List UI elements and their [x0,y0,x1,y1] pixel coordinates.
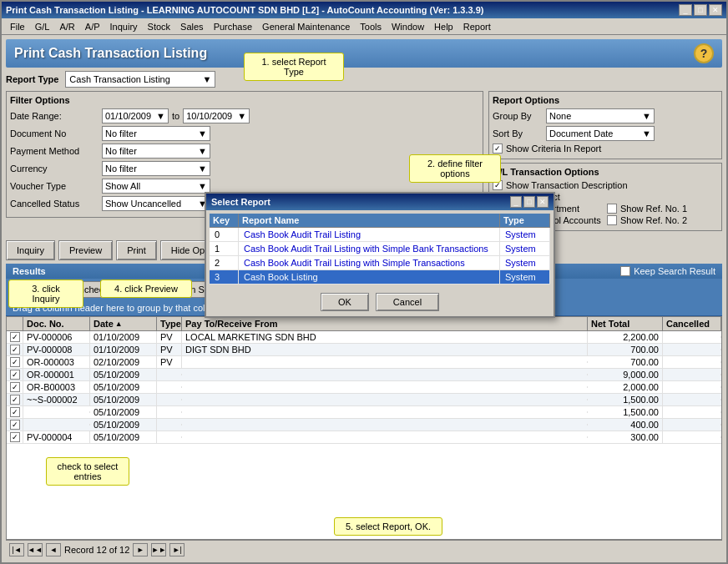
check-all-button[interactable]: Check All [9,281,63,298]
row-checkbox[interactable] [7,419,23,431]
show-ref1-half: Show Ref. No. 1 [607,204,718,214]
modal-cell-key: 0 [210,228,239,241]
to-label: to [172,111,179,121]
row-checkbox[interactable] [7,369,23,380]
report-options-title: Report Options [493,95,718,105]
nav-next-button[interactable]: ► [133,543,148,556]
modal-close-button[interactable]: ✕ [537,196,549,208]
table-row[interactable]: 05/10/2009 400.00 [7,419,721,431]
modal-cancel-button[interactable]: Cancel [376,293,439,311]
cell-type [157,411,182,413]
row-checkbox[interactable] [7,331,23,343]
payment-method-combobox[interactable]: No filter ▼ [102,144,210,159]
row-checkbox[interactable] [7,406,23,418]
menu-help[interactable]: Help [429,20,458,33]
show-ref2-half: Show Ref. No. 2 [607,215,718,225]
menu-inquiry[interactable]: Inquiry [105,20,143,33]
sort-by-row: Sort By Document Date ▼ [493,126,718,141]
show-criteria-label: Show Criteria In Report [506,144,601,154]
cell-net-total: 1,500.00 [588,394,663,405]
modal-ok-button[interactable]: OK [321,293,369,311]
sort-by-combobox[interactable]: Document Date ▼ [546,126,655,141]
col-header-date[interactable]: Date ▲ [90,317,157,330]
menu-tools[interactable]: Tools [355,20,387,33]
table-row[interactable]: ~~S-000002 05/10/2009 1,500.00 [7,394,721,406]
cancelled-status-combobox[interactable]: Show Uncancelled ▼ [102,196,210,211]
table-row[interactable]: OR-000001 05/10/2009 9,000.00 [7,369,721,381]
menu-general-maintenance[interactable]: General Maintenance [257,20,355,33]
nav-next-page-button[interactable]: ►► [151,543,166,556]
row-checkbox[interactable] [7,381,23,393]
show-criteria-checkbox[interactable] [493,144,503,154]
menu-purchase[interactable]: Purchase [209,20,257,33]
table-row[interactable]: PV-000004 05/10/2009 300.00 [7,431,721,444]
col-header-pay-to[interactable]: Pay To/Receive From [182,317,588,330]
group-by-combobox[interactable]: None ▼ [546,108,655,123]
modal-report-row[interactable]: 0 Cash Book Audit Trail Listing System [210,228,550,242]
doc-no-combobox[interactable]: No filter ▼ [102,126,210,141]
cell-date: 05/10/2009 [90,431,157,443]
print-button[interactable]: Print [116,240,157,260]
maximize-button[interactable]: □ [694,4,707,16]
cell-pay-to [182,424,588,426]
report-type-combobox[interactable]: Cash Transaction Listing ▼ [65,71,215,88]
row-checkbox[interactable] [7,431,23,443]
table-row[interactable]: PV-000006 01/10/2009 PV LOCAL MARKETING … [7,331,721,344]
cell-pay-to [182,386,588,388]
table-row[interactable]: 05/10/2009 1,500.00 [7,406,721,419]
nav-first-button[interactable]: |◄ [9,543,24,556]
menu-sales[interactable]: Sales [175,20,209,33]
row-checkbox[interactable] [7,344,23,355]
cell-net-total: 2,000.00 [588,381,663,393]
cell-date: 05/10/2009 [90,419,157,431]
nav-last-button[interactable]: ►| [169,543,185,556]
row-checkbox[interactable] [7,394,23,405]
nav-prev-button[interactable]: ◄ [46,543,61,556]
group-by-value: None [549,111,571,121]
modal-report-row[interactable]: 3 Cash Book Listing System [210,270,550,285]
col-header-net-total[interactable]: Net Total [588,317,663,330]
row-checkbox[interactable] [7,356,23,368]
date-to-input[interactable]: 10/10/2009 ▼ [183,108,250,123]
nav-prev-page-button[interactable]: ◄◄ [28,543,43,556]
report-type-combo: Cash Transaction Listing ▼ [65,71,215,88]
menu-ar[interactable]: A/R [54,20,79,33]
inquiry-button[interactable]: Inquiry [6,240,55,260]
menu-stock[interactable]: Stock [143,20,176,33]
show-trans-desc-checkbox[interactable] [493,180,503,190]
close-button[interactable]: ✕ [709,4,722,16]
minimize-button[interactable]: _ [679,4,692,16]
currency-combobox[interactable]: No filter ▼ [102,161,210,176]
modal-cell-name: Cash Book Audit Trail Listing with Simpl… [239,256,500,269]
voucher-type-combobox[interactable]: Show All ▼ [102,179,210,194]
modal-report-row[interactable]: 2 Cash Book Audit Trail Listing with Sim… [210,256,550,270]
keep-search-checkbox[interactable] [620,266,630,276]
menu-file[interactable]: File [5,20,30,33]
modal-report-row[interactable]: 1 Cash Book Audit Trail Listing with Sim… [210,242,550,256]
menu-gl[interactable]: G/L [30,20,55,33]
help-button[interactable]: ? [694,43,714,63]
uncheck-all-button[interactable]: Uncheck All [65,281,128,298]
table-row[interactable]: PV-000008 01/10/2009 PV DIGT SDN BHD 700… [7,344,721,356]
table-row[interactable]: OR-B00003 05/10/2009 2,000.00 [7,381,721,394]
col-header-type[interactable]: Type [157,317,182,330]
show-ref1-checkbox[interactable] [607,204,617,214]
cell-date: 05/10/2009 [90,394,157,405]
col-header-doc-no[interactable]: Doc. No. [23,317,90,330]
cell-date: 05/10/2009 [90,381,157,393]
menu-window[interactable]: Window [387,20,429,33]
preview-button[interactable]: Preview [58,240,113,260]
menu-ap[interactable]: A/P [80,20,105,33]
cell-cancelled [663,386,721,388]
table-row[interactable]: OR-000003 02/10/2009 PV 700.00 [7,356,721,369]
menu-report[interactable]: Report [458,20,496,33]
cell-date: 05/10/2009 [90,406,157,418]
modal-maximize-button[interactable]: □ [523,196,535,208]
modal-minimize-button[interactable]: _ [510,196,522,208]
report-type-label: Report Type [6,74,58,84]
date-from-input[interactable]: 01/10/2009 ▼ [102,108,169,123]
show-ref2-checkbox[interactable] [607,215,617,225]
col-header-cancelled[interactable]: Cancelled [663,317,721,330]
select-report-modal: Select Report _ □ ✕ Key Report Name Type… [205,192,555,318]
cell-type [157,424,182,426]
